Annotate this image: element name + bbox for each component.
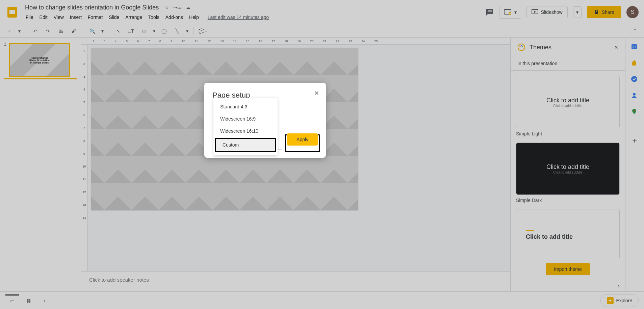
option-custom[interactable]: Custom [215,138,276,152]
apply-button[interactable]: Apply [287,133,318,146]
option-standard[interactable]: Standard 4:3 [213,101,278,113]
close-icon[interactable]: ✕ [314,89,319,97]
option-widescreen-169[interactable]: Widescreen 16:9 [213,113,278,125]
option-widescreen-1610[interactable]: Widescreen 16:10 [213,125,278,137]
apply-highlight: Apply [285,134,320,152]
page-setup-dropdown: Standard 4:3 Widescreen 16:9 Widescreen … [213,98,278,155]
